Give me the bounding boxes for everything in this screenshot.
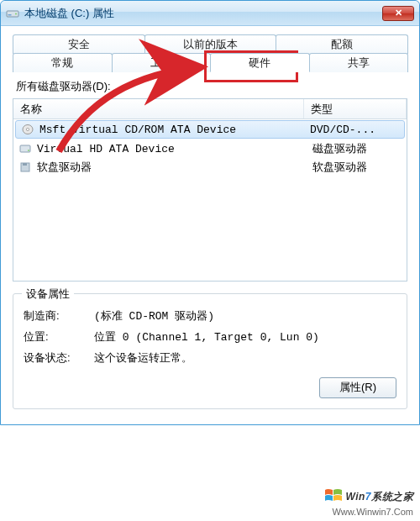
svg-point-6 bbox=[28, 150, 29, 151]
list-item[interactable]: 软盘驱动器 软盘驱动器 bbox=[13, 158, 407, 176]
hdd-icon bbox=[18, 143, 32, 155]
svg-rect-8 bbox=[23, 163, 27, 166]
watermark-text-seven: 7 bbox=[365, 491, 371, 503]
status-label: 设备状态: bbox=[24, 350, 94, 366]
list-item[interactable]: Virtual HD ATA Device 磁盘驱动器 bbox=[13, 139, 407, 158]
list-item-name: Virtual HD ATA Device bbox=[32, 143, 307, 155]
manufacturer-value: (标准 CD-ROM 驱动器) bbox=[94, 308, 396, 324]
tab-general[interactable]: 常规 bbox=[13, 53, 113, 72]
column-header-type[interactable]: 类型 bbox=[304, 99, 407, 118]
tab-quota[interactable]: 配额 bbox=[276, 34, 408, 54]
listview-header: 名称 类型 bbox=[13, 99, 407, 119]
titlebar[interactable]: 本地磁盘 (C:) 属性 ✕ bbox=[1, 1, 419, 26]
tab-tools[interactable]: 工具 bbox=[112, 53, 212, 72]
list-item-type: DVD/CD-... bbox=[305, 124, 404, 136]
status-value: 这个设备运转正常。 bbox=[94, 350, 396, 366]
watermark-text-prefix: Win bbox=[345, 491, 365, 503]
properties-window: 本地磁盘 (C:) 属性 ✕ 安全 以前的版本 配额 常规 工具 硬件 共享 所… bbox=[0, 0, 420, 425]
location-label: 位置: bbox=[24, 329, 94, 345]
watermark: Win7系统之家 Www.Winwin7.Com bbox=[324, 488, 413, 518]
watermark-text-suffix: 系统之家 bbox=[371, 491, 413, 503]
location-value: 位置 0 (Channel 1, Target 0, Lun 0) bbox=[94, 329, 396, 345]
window-title: 本地磁盘 (C:) 属性 bbox=[24, 6, 382, 21]
close-icon: ✕ bbox=[395, 8, 402, 18]
drive-listview[interactable]: 名称 类型 Msft Virtual CD/ROM ATA Device DVD… bbox=[13, 98, 407, 282]
svg-point-4 bbox=[26, 128, 29, 130]
windows-flag-icon bbox=[324, 488, 343, 506]
tab-sharing[interactable]: 共享 bbox=[309, 53, 409, 72]
all-drives-label: 所有磁盘驱动器(D): bbox=[16, 79, 407, 94]
device-properties-button[interactable]: 属性(R) bbox=[319, 377, 396, 398]
drive-icon bbox=[6, 7, 19, 20]
list-item-type: 磁盘驱动器 bbox=[307, 141, 407, 156]
tab-strip: 安全 以前的版本 配额 常规 工具 硬件 共享 bbox=[13, 34, 407, 72]
svg-rect-1 bbox=[8, 14, 12, 16]
cdrom-icon bbox=[21, 124, 34, 135]
group-legend: 设备属性 bbox=[22, 287, 74, 302]
floppy-icon bbox=[18, 161, 32, 173]
tab-security[interactable]: 安全 bbox=[13, 34, 145, 54]
tab-hardware[interactable]: 硬件 bbox=[210, 53, 310, 72]
close-button[interactable]: ✕ bbox=[382, 6, 414, 21]
tab-previous-versions[interactable]: 以前的版本 bbox=[144, 34, 277, 54]
list-item[interactable]: Msft Virtual CD/ROM ATA Device DVD/CD-..… bbox=[15, 120, 405, 139]
svg-point-2 bbox=[15, 13, 17, 14]
client-area: 安全 以前的版本 配额 常规 工具 硬件 共享 所有磁盘驱动器(D): 名称 类… bbox=[1, 26, 419, 424]
device-properties-group: 设备属性 制造商: (标准 CD-ROM 驱动器) 位置: 位置 0 (Chan… bbox=[13, 293, 407, 409]
column-header-name[interactable]: 名称 bbox=[13, 99, 304, 118]
listview-body: Msft Virtual CD/ROM ATA Device DVD/CD-..… bbox=[13, 120, 407, 176]
manufacturer-label: 制造商: bbox=[24, 308, 94, 324]
list-item-type: 软盘驱动器 bbox=[307, 160, 407, 175]
watermark-url: Www.Winwin7.Com bbox=[332, 507, 413, 517]
list-item-name: 软盘驱动器 bbox=[32, 160, 307, 175]
list-item-name: Msft Virtual CD/ROM ATA Device bbox=[34, 124, 305, 136]
